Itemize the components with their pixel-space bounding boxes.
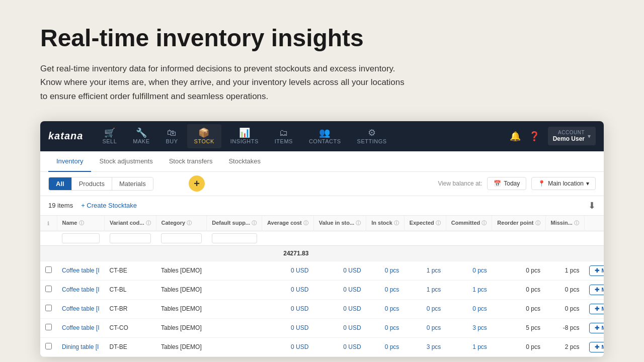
row-reorder-3: 5 pcs [492, 318, 545, 337]
th-select-all[interactable]: ℹ [40, 216, 57, 231]
row-name-0[interactable]: Coffee table [I [62, 267, 100, 274]
row-expected-0[interactable]: 1 pcs [427, 267, 441, 274]
sidebar-item-buy[interactable]: 🛍 BUY [158, 124, 185, 148]
download-icon[interactable]: ⬇ [588, 200, 596, 211]
row-committed-0[interactable]: 0 pcs [472, 267, 487, 274]
table-row: Coffee table [I CT-BE Tables [DEMO] 0 US… [40, 261, 604, 280]
table-row: Coffee table [I CT-BL Tables [DEMO] 0 US… [40, 280, 604, 299]
row-instock-4[interactable]: 0 pcs [385, 343, 399, 350]
th-variant-info: ⓘ [146, 220, 151, 226]
filter-variant-input[interactable] [110, 233, 151, 243]
tab-stock-transfers[interactable]: Stock transfers [161, 151, 221, 172]
row-avgcost-0[interactable]: 0 USD [291, 267, 308, 274]
sidebar-item-make[interactable]: 🔧 MAKE [126, 124, 156, 148]
tab-inventory[interactable]: Inventory [48, 151, 91, 172]
sidebar-item-stock[interactable]: 📦 STOCK [187, 124, 221, 148]
location-chevron-icon: ▾ [586, 180, 589, 187]
make-button-1[interactable]: ✚ Make [589, 285, 604, 295]
row-name-3[interactable]: Coffee table [I [62, 324, 100, 331]
help-icon[interactable]: ❓ [529, 131, 540, 142]
th-category-info: ⓘ [187, 220, 192, 226]
make-button-4[interactable]: ✚ Make [589, 342, 604, 352]
th-default-supp: Default supp... ⓘ [207, 216, 262, 231]
filter-tab-materials[interactable]: Materials [112, 177, 153, 190]
row-checkbox-4[interactable] [45, 343, 52, 349]
filter-category-input[interactable] [161, 233, 202, 243]
row-checkbox-3[interactable] [45, 324, 52, 330]
th-name: Name ⓘ [57, 216, 105, 231]
row-name-4[interactable]: Dining table [I [62, 343, 99, 350]
row-value-1[interactable]: 0 USD [343, 286, 361, 293]
sidebar-item-insights[interactable]: 📊 INSIGHTS [223, 124, 266, 148]
th-expected-info: ⓘ [436, 220, 441, 226]
row-reorder-0: 0 pcs [492, 261, 545, 280]
row-expected-2[interactable]: 0 pcs [427, 305, 441, 312]
row-value-0[interactable]: 0 USD [343, 267, 361, 274]
th-committed: Committed ⓘ [446, 216, 492, 231]
row-avgcost-1[interactable]: 0 USD [291, 286, 308, 293]
row-value-3[interactable]: 0 USD [343, 324, 361, 331]
toolbar-right: View balance at: 📅 Today 📍 Main location… [438, 177, 596, 190]
nav-label-insights: INSIGHTS [230, 138, 259, 144]
row-committed-1[interactable]: 1 pcs [472, 286, 487, 293]
row-expected-1[interactable]: 1 pcs [427, 286, 441, 293]
row-expected-4[interactable]: 3 pcs [427, 343, 441, 350]
row-name-1[interactable]: Coffee table [I [62, 286, 100, 293]
row-instock-0[interactable]: 0 pcs [385, 267, 399, 274]
row-avgcost-3[interactable]: 0 USD [291, 324, 308, 331]
row-name-2[interactable]: Coffee table [I [62, 305, 100, 312]
row-category-2: Tables [DEMO] [156, 299, 207, 318]
filter-name-input[interactable] [62, 233, 100, 243]
row-instock-3[interactable]: 0 pcs [385, 324, 399, 331]
sidebar-item-settings[interactable]: ⚙ SETTINGS [350, 124, 394, 148]
sidebar-item-sell[interactable]: 🛒 SELL [95, 124, 124, 148]
navbar: katana 🛒 SELL 🔧 MAKE 🛍 BUY 📦 STOCK 📊 INS… [40, 121, 604, 151]
location-icon: 📍 [538, 180, 545, 187]
plus-badge-button[interactable]: + [189, 175, 205, 192]
nav-logo[interactable]: katana [48, 130, 83, 142]
hero-section: Real-time inventory insights Get real-ti… [0, 0, 453, 121]
row-expected-3[interactable]: 0 pcs [427, 324, 441, 331]
make-button-0[interactable]: ✚ Make [589, 265, 604, 276]
row-avgcost-2[interactable]: 0 USD [291, 305, 308, 312]
tab-stock-adjustments[interactable]: Stock adjustments [91, 151, 160, 172]
today-button[interactable]: 📅 Today [487, 177, 526, 190]
make-button-3[interactable]: ✚ Make [589, 323, 604, 333]
notifications-icon[interactable]: 🔔 [510, 131, 521, 142]
nav-label-buy: BUY [166, 138, 178, 144]
tab-stocktakes[interactable]: Stocktakes [220, 151, 269, 172]
row-value-2[interactable]: 0 USD [343, 305, 361, 312]
th-average-cost: Average cost ⓘ [262, 216, 314, 231]
row-category-1: Tables [DEMO] [156, 280, 207, 299]
row-instock-1[interactable]: 0 pcs [385, 286, 399, 293]
row-reorder-2: 0 pcs [492, 299, 545, 318]
main-location-button[interactable]: 📍 Main location ▾ [531, 177, 596, 190]
row-avgcost-4[interactable]: 0 USD [291, 343, 308, 350]
row-missing-2: 0 pcs [545, 299, 584, 318]
buy-icon: 🛍 [167, 128, 177, 137]
filter-supp-input[interactable] [212, 233, 257, 243]
create-stocktake-button[interactable]: + Create Stocktake [81, 202, 137, 209]
row-instock-2[interactable]: 0 pcs [385, 305, 399, 312]
row-committed-4[interactable]: 1 pcs [472, 343, 487, 350]
filter-tabs: All Products Materials [48, 177, 153, 191]
sidebar-item-items[interactable]: 🗂 ITEMS [268, 124, 300, 148]
row-checkbox-2[interactable] [45, 305, 52, 311]
th-value-in-stock: Value in sto... ⓘ [313, 216, 366, 231]
table-row: Dining table [I DT-BE Tables [DEMO] 0 US… [40, 337, 604, 356]
row-committed-3[interactable]: 3 pcs [472, 324, 487, 331]
account-label: Account [558, 130, 585, 135]
make-button-2[interactable]: ✚ Make [589, 304, 604, 314]
row-missing-0: 1 pcs [545, 261, 584, 280]
row-variant-0: CT-BE [105, 261, 156, 280]
row-value-4[interactable]: 0 USD [343, 343, 361, 350]
account-button[interactable]: Account Demo User ▾ [548, 127, 596, 145]
filter-tab-products[interactable]: Products [72, 177, 112, 190]
th-action [584, 216, 604, 231]
row-committed-2[interactable]: 0 pcs [472, 305, 487, 312]
row-checkbox-1[interactable] [45, 286, 52, 292]
row-checkbox-0[interactable] [45, 266, 52, 273]
filter-tab-all[interactable]: All [49, 177, 72, 190]
view-balance-label: View balance at: [438, 180, 482, 187]
sidebar-item-contacts[interactable]: 👥 CONTACTS [302, 124, 348, 148]
